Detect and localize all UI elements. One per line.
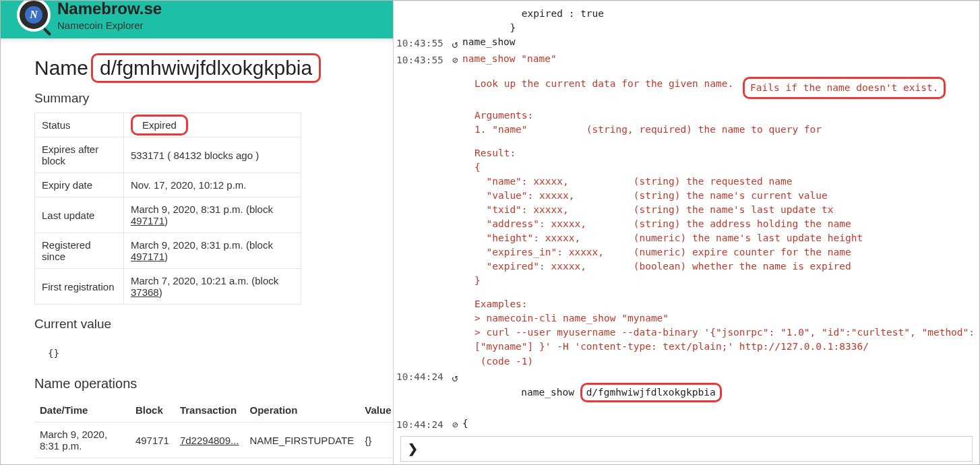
console-cmd-name-show: name_show d/fgmhwiwjfdlxokgkpbia xyxy=(462,369,973,416)
app-root: N Namebrow.se Namecoin Explorer Name d/f… xyxy=(0,0,980,465)
help-arg-1: 1. "name" (string, required) the name to… xyxy=(396,123,973,137)
ban-icon: ⊘ xyxy=(448,52,462,67)
label-status: Status xyxy=(35,113,124,137)
help-result-header: Result: xyxy=(396,146,973,160)
tx-link-0[interactable]: 7d2294809... xyxy=(180,435,239,446)
label-lastupdate: Last update xyxy=(35,197,124,233)
text: March 7, 2020, 10:21 a.m. (block xyxy=(131,275,278,286)
help-desc-text: Look up the current data for the given n… xyxy=(474,77,733,91)
text: name_show xyxy=(521,387,580,398)
brand-subtitle: Namecoin Explorer xyxy=(57,20,162,31)
highlight-cmd-arg: d/fgmhwiwjfdlxokgkpbia xyxy=(580,383,722,402)
row-first-registration: First registration March 7, 2020, 10:21 … xyxy=(35,269,301,305)
timestamp: 10:43:55 xyxy=(396,35,448,52)
ops-block: 497171 xyxy=(130,423,175,458)
rerun-icon[interactable] xyxy=(448,369,462,416)
help-args-header: Arguments: xyxy=(396,108,973,123)
th-block: Block xyxy=(130,398,175,423)
console-help-header: name_show "name" xyxy=(462,52,973,67)
page-title-label: Name xyxy=(34,57,88,80)
site-logo[interactable]: N xyxy=(10,1,57,32)
row-last-update: Last update March 9, 2020, 8:31 p.m. (bl… xyxy=(35,197,301,233)
current-value-box: {} xyxy=(34,338,301,368)
timestamp: 10:44:24 xyxy=(396,369,448,416)
text: ) xyxy=(159,286,162,298)
text: ) xyxy=(164,215,168,226)
magnifier-logo-icon: N xyxy=(17,1,51,32)
text: ) xyxy=(164,251,168,262)
help-result-block: { "name": xxxxx, (string) the requested … xyxy=(396,160,973,288)
page-title: Name d/fgmhwiwjfdlxokgkpbia xyxy=(34,53,366,83)
operations-table: Date/Time Block Transaction Operation Va… xyxy=(34,398,393,464)
help-error-code: (code -1) xyxy=(396,354,973,369)
row-status: Status Expired xyxy=(35,113,301,137)
console-entered-cmd: name_show xyxy=(462,35,973,52)
timestamp: 10:44:24 xyxy=(396,416,448,433)
timestamp: 10:43:55 xyxy=(396,52,448,67)
ops-header-row: Date/Time Block Transaction Operation Va… xyxy=(34,398,393,423)
ops-val: e22e9 xyxy=(359,458,393,465)
rerun-icon[interactable] xyxy=(448,35,462,52)
help-example-3: ["myname"] }' -H 'content-type: text/pla… xyxy=(396,340,973,354)
console-input[interactable] xyxy=(423,439,965,458)
help-example-2: > curl --user myusername --data-binary '… xyxy=(396,326,973,340)
row-expires-after: Expires after block 533171 ( 84132 block… xyxy=(35,137,301,173)
ops-val: {} xyxy=(359,423,393,458)
value-expiry: Nov. 17, 2020, 10:12 p.m. xyxy=(124,173,301,197)
label-expires-after: Expires after block xyxy=(35,137,124,173)
text: March 9, 2020, 8:31 p.m. (block xyxy=(131,239,273,251)
console-partial-prev: expired : true } xyxy=(396,7,973,35)
label-expiry: Expiry date xyxy=(35,173,124,197)
console-input-row: ❯ xyxy=(400,436,973,462)
text: March 9, 2020, 8:31 p.m. (block xyxy=(131,204,273,215)
help-example-1: > namecoin-cli name_show "myname" xyxy=(396,311,973,326)
brand-title[interactable]: Namebrow.se xyxy=(57,1,162,17)
help-examples-header: Examples: xyxy=(396,297,973,311)
current-value-title: Current value xyxy=(34,317,366,332)
summary-table: Status Expired Expires after block 53317… xyxy=(34,113,301,305)
site-header: N Namebrow.se Namecoin Explorer xyxy=(1,1,393,38)
block-link-497171-a[interactable]: 497171 xyxy=(131,215,164,226)
summary-title: Summary xyxy=(34,91,366,106)
th-datetime: Date/Time xyxy=(34,398,130,423)
console-help-desc-row: Look up the current data for the given n… xyxy=(396,77,973,99)
highlight-status-expired: Expired xyxy=(131,115,188,135)
label-firstreg: First registration xyxy=(35,269,124,305)
th-tx: Transaction xyxy=(175,398,245,423)
page-content: Name d/fgmhwiwjfdlxokgkpbia Summary Stat… xyxy=(1,38,393,464)
ops-row: March 9, 2020, 8:31 p.m. 497171 7d229480… xyxy=(34,423,393,458)
highlight-fails-note: Fails if the name doesn't exist. xyxy=(743,77,946,99)
ops-row: March 7, 2020, 10:21 a.m. 496818 2b039e4… xyxy=(34,458,393,465)
label-regsince: Registered since xyxy=(35,233,124,269)
ops-dt: March 9, 2020, 8:31 p.m. xyxy=(34,423,130,458)
chevron-right-icon: ❯ xyxy=(408,441,418,456)
console-line-error-head: 10:43:55 ⊘ name_show "name" xyxy=(396,52,973,67)
ops-block: 496818 xyxy=(130,458,175,465)
th-value: Value xyxy=(359,398,393,423)
current-value-code: {} xyxy=(34,338,301,368)
row-registered-since: Registered since March 9, 2020, 8:31 p.m… xyxy=(35,233,301,269)
th-op: Operation xyxy=(245,398,360,423)
block-link-497171-b[interactable]: 497171 xyxy=(131,251,164,262)
console-line-input: 10:43:55 name_show xyxy=(396,35,973,52)
debug-console-pane: expired : true } 10:43:55 name_show 10:4… xyxy=(393,1,979,464)
row-expiry-date: Expiry date Nov. 17, 2020, 10:12 p.m. xyxy=(35,173,301,197)
ops-op: NAME_NEW xyxy=(245,458,360,465)
console-line-result: 10:44:24 ⊘ { "name": "d/fgmhwiwjfdlxokgk… xyxy=(396,416,973,433)
explorer-pane: N Namebrow.se Namecoin Explorer Name d/f… xyxy=(1,1,393,464)
block-link-37368[interactable]: 37368 xyxy=(131,286,159,298)
console-json-result: { "name": "d/fgmhwiwjfdlxokgkpbia", "val… xyxy=(462,416,973,433)
console-line-input2: 10:44:24 name_show d/fgmhwiwjfdlxokgkpbi… xyxy=(396,369,973,416)
value-expires-after: 533171 ( 84132 blocks ago ) xyxy=(124,137,301,173)
ban-icon: ⊘ xyxy=(448,416,462,433)
highlight-name-value: d/fgmhwiwjfdlxokgkpbia xyxy=(91,53,321,83)
ops-op: NAME_FIRSTUPDATE xyxy=(245,423,360,458)
console-output[interactable]: expired : true } 10:43:55 name_show 10:4… xyxy=(394,1,979,433)
ops-dt: March 7, 2020, 10:21 a.m. xyxy=(34,458,130,465)
name-operations-title: Name operations xyxy=(34,376,366,392)
